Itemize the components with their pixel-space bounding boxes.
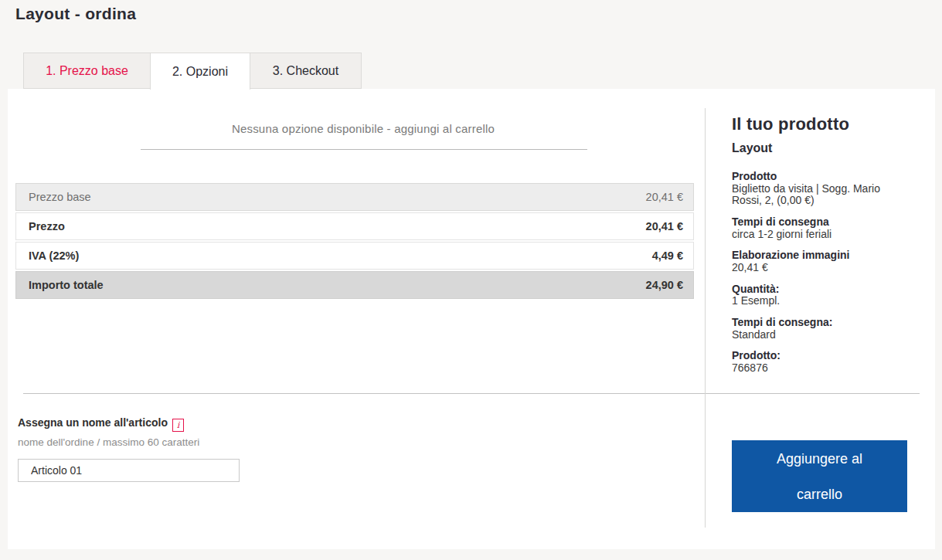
sidebar-divider — [705, 108, 706, 528]
page-title: Layout - ordina — [15, 5, 136, 23]
detail-value: Biglietto da visita | Sogg. Mario Rossi,… — [732, 183, 911, 207]
row-value: 20,41 € — [646, 220, 683, 232]
row-value: 24,90 € — [646, 279, 683, 291]
article-name-label: Assegna un nome all'articoloi — [18, 416, 184, 432]
detail-value: 1 Esempl. — [732, 295, 911, 307]
table-row-iva: IVA (22%) 4,49 € — [15, 242, 694, 270]
message-divider — [141, 149, 587, 150]
no-options-message: Nessuna opzione disponibile - aggiungi a… — [8, 122, 719, 135]
table-row-prezzo-base: Prezzo base 20,41 € — [15, 183, 694, 211]
detail-value: circa 1-2 giorni feriali — [732, 229, 911, 241]
tab-checkout[interactable]: 3. Checkout — [250, 53, 362, 89]
row-label: Prezzo base — [29, 191, 91, 203]
detail-label: Prodotto — [732, 171, 911, 183]
detail-value: Standard — [732, 329, 911, 341]
row-value: 20,41 € — [646, 191, 683, 203]
detail-tempi-consegna: Tempi di consegna circa 1-2 giorni feria… — [732, 216, 911, 240]
product-summary: Il tuo prodotto Layout Prodotto Bigliett… — [732, 114, 911, 384]
detail-elaborazione-immagini: Elaborazione immagini 20,41 € — [732, 249, 911, 273]
detail-prodotto: Prodotto Biglietto da visita | Sogg. Mar… — [732, 171, 911, 207]
detail-prodotto-id: Prodotto: 766876 — [732, 350, 911, 374]
tab-opzioni[interactable]: 2. Opzioni — [150, 53, 250, 90]
row-label: IVA (22%) — [29, 249, 79, 262]
detail-label: Tempi di consegna — [732, 216, 911, 229]
table-row-importo-totale: Importo totale 24,90 € — [15, 271, 694, 299]
detail-label: Prodotto: — [732, 350, 911, 362]
row-value: 4,49 € — [652, 249, 683, 262]
article-name-label-text: Assegna un nome all'articolo — [18, 416, 168, 429]
product-summary-subheading: Layout — [732, 141, 911, 155]
product-summary-heading: Il tuo prodotto — [732, 114, 911, 134]
content-panel: Nessuna opzione disponibile - aggiungi a… — [8, 89, 935, 549]
table-row-prezzo: Prezzo 20,41 € — [15, 212, 694, 240]
article-name-input[interactable] — [18, 459, 240, 482]
detail-value: 20,41 € — [732, 262, 911, 274]
detail-quantita: Quantità: 1 Esempl. — [732, 283, 911, 307]
detail-tempi-consegna-2: Tempi di consegna: Standard — [732, 317, 911, 341]
wizard-tabbar: 1. Prezzo base 2. Opzioni 3. Checkout — [23, 53, 362, 90]
row-label: Prezzo — [29, 220, 65, 232]
detail-label: Quantità: — [732, 283, 911, 296]
row-label: Importo totale — [29, 279, 104, 291]
detail-label: Elaborazione immagini — [732, 249, 911, 262]
info-icon[interactable]: i — [172, 419, 184, 432]
add-to-cart-button[interactable]: Aggiungere al carrello — [732, 440, 907, 512]
article-name-hint: nome dell'ordine / massimo 60 caratteri — [18, 436, 199, 448]
detail-label: Tempi di consegna: — [732, 317, 911, 329]
tab-prezzo-base[interactable]: 1. Prezzo base — [23, 53, 151, 89]
section-divider — [23, 393, 920, 394]
price-table: Prezzo base 20,41 € Prezzo 20,41 € IVA (… — [15, 183, 694, 300]
detail-value: 766876 — [732, 362, 911, 375]
